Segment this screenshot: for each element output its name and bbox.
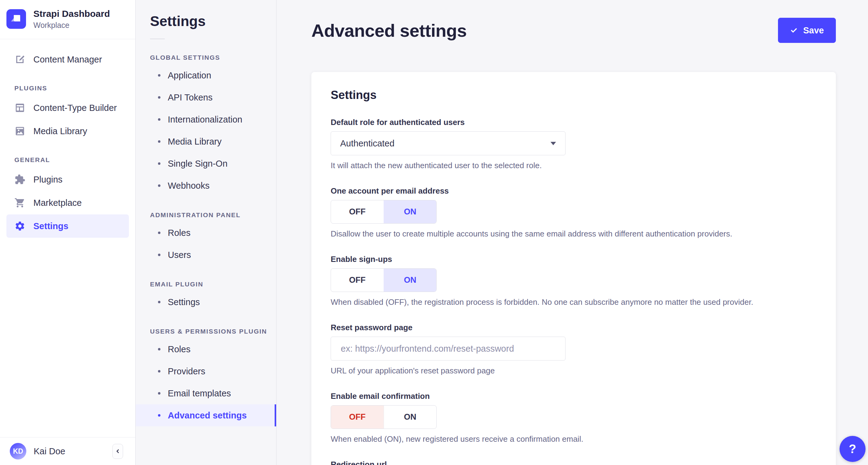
sidebar-nav: Content Manager PLUGINS Content-Type Bui… bbox=[0, 39, 135, 238]
sidebar-item-label: Settings bbox=[33, 221, 68, 231]
subnav-item-single-sign-on[interactable]: Single Sign-On bbox=[136, 152, 276, 175]
subnav-item-email-templates[interactable]: Email templates bbox=[136, 382, 276, 404]
subnav-item-admin-roles[interactable]: Roles bbox=[136, 222, 276, 244]
field-label: Enable sign-ups bbox=[331, 255, 816, 264]
field-enable-signups: Enable sign-ups OFF ON When disabled (OF… bbox=[331, 255, 816, 307]
sidebar-item-plugins[interactable]: Plugins bbox=[6, 168, 129, 191]
sidebar-section-plugins: PLUGINS bbox=[6, 85, 129, 92]
chevron-left-icon bbox=[114, 447, 122, 455]
collapse-sidebar-button[interactable] bbox=[112, 444, 123, 459]
field-hint: URL of your application's reset password… bbox=[331, 366, 816, 376]
reset-password-input[interactable] bbox=[340, 343, 556, 354]
field-label: Redirection url bbox=[331, 460, 816, 465]
field-redirection-url: Redirection url bbox=[331, 460, 816, 465]
default-role-select[interactable]: Authenticated bbox=[331, 132, 565, 155]
field-label: Reset password page bbox=[331, 323, 816, 332]
help-button[interactable]: ? bbox=[839, 436, 866, 462]
field-one-account: One account per email address OFF ON Dis… bbox=[331, 186, 816, 239]
subnav-section-administration-panel: ADMINISTRATION PANEL bbox=[150, 211, 276, 219]
bullet-icon bbox=[158, 184, 160, 187]
plugins-icon bbox=[14, 174, 25, 185]
sidebar-item-marketplace[interactable]: Marketplace bbox=[6, 191, 129, 214]
bullet-icon bbox=[158, 370, 160, 373]
marketplace-cart-icon bbox=[14, 197, 25, 208]
subnav-title: Settings bbox=[150, 13, 276, 29]
workspace-title: Strapi Dashboard bbox=[33, 8, 110, 19]
subnav-item-media-library[interactable]: Media Library bbox=[136, 130, 276, 152]
media-library-icon bbox=[14, 125, 25, 137]
bullet-icon bbox=[158, 118, 160, 121]
user-avatar: KD bbox=[10, 443, 26, 460]
subnav-title-rule bbox=[150, 38, 165, 39]
sidebar-item-content-manager[interactable]: Content Manager bbox=[6, 48, 129, 71]
main-sidebar: Strapi Dashboard Workplace Content Manag… bbox=[0, 0, 136, 465]
subnav-item-advanced-settings[interactable]: Advanced settings bbox=[136, 404, 276, 427]
sidebar-section-general: GENERAL bbox=[6, 156, 129, 164]
settings-gear-icon bbox=[14, 221, 25, 232]
reset-password-input-wrap bbox=[331, 337, 565, 360]
bullet-icon bbox=[158, 301, 160, 303]
card-title: Settings bbox=[331, 89, 816, 102]
toggle-off-option[interactable]: OFF bbox=[331, 200, 384, 223]
field-reset-password: Reset password page URL of your applicat… bbox=[331, 323, 816, 376]
field-hint: When disabled (OFF), the registration pr… bbox=[331, 297, 816, 307]
subnav-item-email-settings[interactable]: Settings bbox=[136, 291, 276, 313]
bullet-icon bbox=[158, 232, 160, 234]
check-icon bbox=[790, 26, 798, 34]
user-footer[interactable]: KD Kai Doe bbox=[0, 437, 135, 465]
user-name: Kai Doe bbox=[34, 446, 105, 457]
bullet-icon bbox=[158, 140, 160, 143]
bullet-icon bbox=[158, 392, 160, 395]
content-type-builder-icon bbox=[14, 102, 25, 113]
subnav-item-internationalization[interactable]: Internationalization bbox=[136, 109, 276, 130]
settings-subnav: Settings GLOBAL SETTINGS Application API… bbox=[136, 0, 277, 465]
page-title: Advanced settings bbox=[311, 20, 467, 41]
app-root: Strapi Dashboard Workplace Content Manag… bbox=[0, 0, 868, 465]
sidebar-item-media-library[interactable]: Media Library bbox=[6, 119, 129, 143]
subnav-section-users-permissions-plugin: USERS & PERMISSIONS PLUGIN bbox=[150, 328, 276, 335]
bullet-icon bbox=[158, 96, 160, 99]
settings-card: Settings Default role for authenticated … bbox=[311, 72, 836, 465]
subnav-section-global-settings: GLOBAL SETTINGS bbox=[150, 54, 276, 61]
select-value: Authenticated bbox=[340, 139, 394, 149]
question-mark-icon: ? bbox=[849, 442, 856, 456]
field-default-role: Default role for authenticated users Aut… bbox=[331, 118, 816, 170]
field-email-confirmation: Enable email confirmation OFF ON When en… bbox=[331, 391, 816, 444]
toggle-on-option[interactable]: ON bbox=[384, 200, 436, 223]
toggle-off-option[interactable]: OFF bbox=[331, 406, 384, 429]
subnav-item-up-roles[interactable]: Roles bbox=[136, 338, 276, 360]
subnav-item-providers[interactable]: Providers bbox=[136, 360, 276, 382]
toggle-on-option[interactable]: ON bbox=[384, 406, 436, 429]
main-content: Advanced settings Save Settings Default … bbox=[277, 0, 868, 465]
content-manager-icon bbox=[14, 54, 25, 65]
field-label: Enable email confirmation bbox=[331, 391, 816, 401]
subnav-item-webhooks[interactable]: Webhooks bbox=[136, 175, 276, 197]
sidebar-item-label: Marketplace bbox=[33, 198, 82, 208]
one-account-toggle: OFF ON bbox=[331, 200, 437, 224]
sidebar-item-label: Content-Type Builder bbox=[33, 103, 117, 113]
strapi-logo-icon bbox=[6, 9, 26, 29]
signups-toggle: OFF ON bbox=[331, 268, 437, 292]
subnav-item-admin-users[interactable]: Users bbox=[136, 244, 276, 266]
email-confirmation-toggle: OFF ON bbox=[331, 405, 437, 429]
sidebar-item-settings[interactable]: Settings bbox=[6, 214, 129, 238]
save-button[interactable]: Save bbox=[778, 18, 836, 43]
workspace-subtitle: Workplace bbox=[33, 21, 110, 30]
subnav-section-email-plugin: EMAIL PLUGIN bbox=[150, 281, 276, 288]
field-label: One account per email address bbox=[331, 186, 816, 196]
page-header: Advanced settings Save bbox=[311, 0, 836, 43]
sidebar-item-content-type-builder[interactable]: Content-Type Builder bbox=[6, 96, 129, 119]
field-label: Default role for authenticated users bbox=[331, 118, 816, 127]
sidebar-item-label: Media Library bbox=[33, 126, 87, 136]
workspace-brand: Strapi Dashboard Workplace bbox=[0, 0, 135, 39]
toggle-on-option[interactable]: ON bbox=[384, 269, 436, 292]
bullet-icon bbox=[158, 162, 160, 165]
toggle-off-option[interactable]: OFF bbox=[331, 269, 384, 292]
bullet-icon bbox=[158, 348, 160, 350]
subnav-item-api-tokens[interactable]: API Tokens bbox=[136, 86, 276, 109]
bullet-icon bbox=[158, 414, 160, 416]
field-hint: Disallow the user to create multiple acc… bbox=[331, 229, 816, 239]
sidebar-item-label: Content Manager bbox=[33, 55, 102, 65]
subnav-item-application[interactable]: Application bbox=[136, 64, 276, 86]
bullet-icon bbox=[158, 254, 160, 256]
